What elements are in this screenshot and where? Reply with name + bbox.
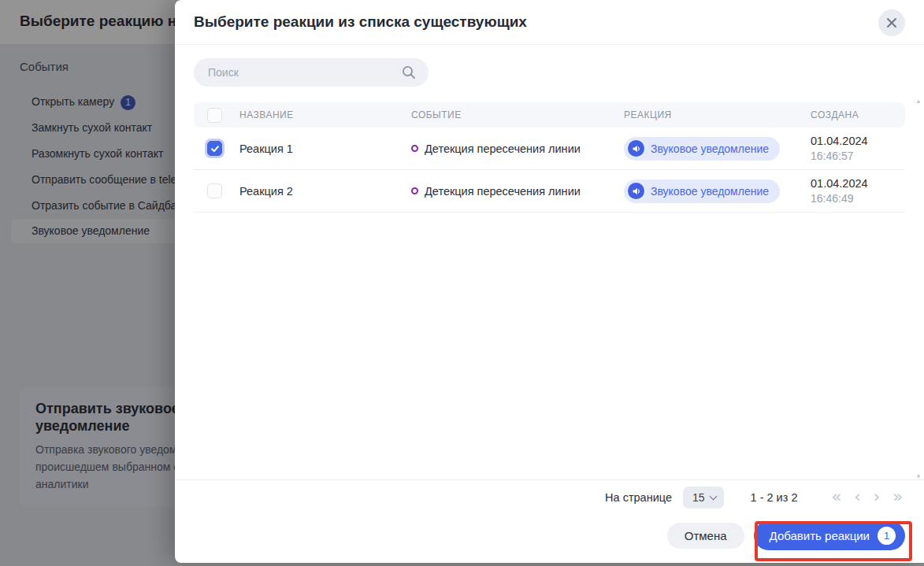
event-name: Детекция пересечения линии <box>425 185 581 198</box>
reaction-badge[interactable]: Звуковое уведомление <box>624 137 780 161</box>
scroll-down-icon[interactable]: ▾ <box>917 473 921 480</box>
reaction-badge[interactable]: Звуковое уведомление <box>624 179 780 203</box>
modal-header: Выберите реакции из списка существующих <box>175 0 924 45</box>
column-header-name: НАЗВАНИЕ <box>239 109 411 120</box>
table-row[interactable]: Реакция 2 Детекция пересечения линии Зву… <box>194 170 905 213</box>
selected-count-badge: 1 <box>878 527 896 545</box>
cancel-button[interactable]: Отмена <box>667 523 744 549</box>
modal-body: НАЗВАНИЕ СОБЫТИЕ РЕАКЦИЯ СОЗДАНА Реакция… <box>175 45 924 514</box>
table-row[interactable]: Реакция 1 Детекция пересечения линии Зву… <box>194 128 905 170</box>
speaker-icon <box>628 183 644 199</box>
select-all-checkbox[interactable] <box>207 108 222 123</box>
created-time: 16:46:49 <box>811 191 905 206</box>
modal-title: Выберите реакции из списка существующих <box>194 13 527 31</box>
add-reactions-button[interactable]: Добавить реакции 1 <box>754 521 905 550</box>
close-icon <box>886 17 897 28</box>
scroll-up-icon[interactable]: ▴ <box>917 98 921 105</box>
created-date: 01.04.2024 <box>811 134 905 149</box>
table-header-row: НАЗВАНИЕ СОБЫТИЕ РЕАКЦИЯ СОЗДАНА <box>194 102 905 128</box>
pagination-bar: На странице 15 1 - 2 из 2 « ‹ › » <box>175 479 924 514</box>
search-box <box>194 58 429 87</box>
row-checkbox[interactable] <box>207 183 222 198</box>
event-name: Детекция пересечения линии <box>425 142 581 155</box>
reaction-badge-label: Звуковое уведомление <box>651 142 769 155</box>
reaction-name: Реакция 1 <box>239 142 411 155</box>
search-input[interactable] <box>194 58 429 87</box>
search-icon <box>402 65 416 80</box>
column-header-created: СОЗДАНА <box>811 109 905 120</box>
per-page-value: 15 <box>692 491 705 504</box>
table-empty-area <box>194 213 905 479</box>
add-reactions-label: Добавить реакции <box>770 529 870 542</box>
scrollbar[interactable]: ▴ ▾ <box>915 98 922 480</box>
created-time: 16:46:57 <box>811 149 905 164</box>
select-reactions-modal: Выберите реакции из списка существующих … <box>175 0 924 563</box>
column-header-event: СОБЫТИЕ <box>411 109 624 120</box>
pagination-range: 1 - 2 из 2 <box>751 491 798 504</box>
speaker-icon <box>628 140 644 157</box>
prev-page-button[interactable]: ‹ <box>852 489 863 505</box>
last-page-button[interactable]: » <box>890 489 905 505</box>
chevron-down-icon <box>709 492 717 500</box>
modal-footer: Отмена Добавить реакции 1 <box>175 514 924 563</box>
row-checkbox[interactable] <box>207 141 222 156</box>
event-type-icon <box>411 145 418 152</box>
reaction-name: Реакция 2 <box>239 185 411 198</box>
reactions-table: НАЗВАНИЕ СОБЫТИЕ РЕАКЦИЯ СОЗДАНА Реакция… <box>194 102 905 213</box>
close-button[interactable] <box>878 9 905 36</box>
next-page-button[interactable]: › <box>871 489 882 505</box>
first-page-button[interactable]: « <box>829 489 844 505</box>
reaction-badge-label: Звуковое уведомление <box>651 185 769 198</box>
per-page-label: На странице <box>605 491 672 504</box>
per-page-select[interactable]: 15 <box>683 486 724 509</box>
event-type-icon <box>411 187 418 194</box>
created-date: 01.04.2024 <box>811 176 905 191</box>
check-icon <box>210 144 220 154</box>
column-header-reaction: РЕАКЦИЯ <box>624 109 811 120</box>
